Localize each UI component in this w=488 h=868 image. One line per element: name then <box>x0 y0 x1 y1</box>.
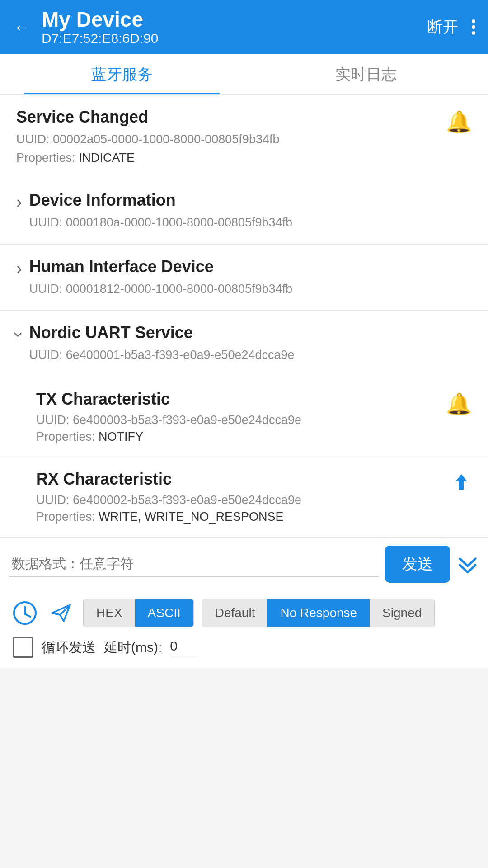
hex-button[interactable]: HEX <box>84 599 135 627</box>
send-thin-icon-button[interactable] <box>47 599 75 627</box>
bottom-toolbar: HEX ASCII Default No Response Signed <box>0 591 488 627</box>
rx-characteristic-uuid: UUID: 6e400002-b5a3-f393-e0a9-e50e24dcca… <box>36 493 301 507</box>
loop-send-checkbox[interactable] <box>13 637 33 658</box>
service-changed-header: Service Changed UUID: 00002a05-0000-1000… <box>16 108 472 165</box>
rx-characteristic-name: RX Characteristic <box>36 470 301 489</box>
svg-line-3 <box>25 614 30 617</box>
service-list: Service Changed UUID: 00002a05-0000-1000… <box>0 95 488 537</box>
device-information-name: Device Information <box>29 191 292 210</box>
response-group: Default No Response Signed <box>202 599 435 627</box>
service-changed: Service Changed UUID: 00002a05-0000-1000… <box>0 95 488 178</box>
no-response-button[interactable]: No Response <box>267 599 370 627</box>
format-group: HEX ASCII <box>83 599 194 627</box>
svg-marker-0 <box>455 474 467 490</box>
tx-characteristic-bell-icon[interactable]: 🔔 <box>446 392 472 416</box>
device-information-info: Device Information UUID: 0000180a-0000-1… <box>29 191 292 231</box>
device-information[interactable]: › Device Information UUID: 0000180a-0000… <box>0 178 488 245</box>
loop-send-label: 循环发送 <box>42 638 96 657</box>
send-button[interactable]: 发送 <box>385 546 450 583</box>
human-interface-device-info: Human Interface Device UUID: 00001812-00… <box>29 257 292 298</box>
rx-characteristic: RX Characteristic UUID: 6e400002-b5a3-f3… <box>0 457 488 537</box>
service-changed-bell-icon[interactable]: 🔔 <box>446 109 472 134</box>
page-title: My Device <box>42 8 159 31</box>
nordic-uart-name: Nordic UART Service <box>29 323 295 342</box>
tab-realtime-log[interactable]: 实时日志 <box>244 54 488 94</box>
signed-button[interactable]: Signed <box>370 599 434 627</box>
clock-icon-button[interactable] <box>11 599 39 627</box>
human-interface-device-chevron-icon: › <box>16 260 22 277</box>
more-options-button[interactable] <box>472 16 475 38</box>
send-input[interactable] <box>9 552 379 577</box>
human-interface-device-name: Human Interface Device <box>29 257 292 276</box>
back-button[interactable]: ← <box>13 17 33 37</box>
tx-characteristic-info: TX Characteristic UUID: 6e400003-b5a3-f3… <box>36 390 301 444</box>
rx-characteristic-upload-icon[interactable] <box>451 472 472 497</box>
service-changed-props: Properties: INDICATE <box>16 151 279 165</box>
header-title-block: My Device D7:E7:52:E8:6D:90 <box>42 8 159 47</box>
tx-characteristic-props: Properties: NOTIFY <box>36 430 301 444</box>
loop-delay-value[interactable]: 0 <box>170 638 197 656</box>
tx-characteristic: TX Characteristic UUID: 6e400003-b5a3-f3… <box>0 377 488 457</box>
tab-bluetooth-services[interactable]: 蓝牙服务 <box>0 54 244 94</box>
default-button[interactable]: Default <box>202 599 268 627</box>
device-information-header: › Device Information UUID: 0000180a-0000… <box>16 191 472 231</box>
nordic-uart-service-left: › Nordic UART Service UUID: 6e400001-b5a… <box>16 323 295 364</box>
loop-delay-label: 延时(ms): <box>104 638 162 657</box>
nordic-uart-chevron-icon: › <box>10 332 28 338</box>
tx-characteristic-uuid: UUID: 6e400003-b5a3-f393-e0a9-e50e24dcca… <box>36 413 301 427</box>
human-interface-device-left: › Human Interface Device UUID: 00001812-… <box>16 257 292 298</box>
service-changed-name: Service Changed <box>16 108 279 127</box>
tx-characteristic-name: TX Characteristic <box>36 390 301 409</box>
header-right: 断开 <box>427 16 475 38</box>
ascii-button[interactable]: ASCII <box>135 599 193 627</box>
rx-characteristic-props: Properties: WRITE, WRITE_NO_RESPONSE <box>36 510 301 524</box>
send-bar: 发送 <box>0 537 488 591</box>
nordic-uart-uuid: UUID: 6e400001-b5a3-f393-e0a9-e50e24dcca… <box>29 347 295 364</box>
service-changed-info: Service Changed UUID: 00002a05-0000-1000… <box>16 108 279 165</box>
nordic-uart-info: Nordic UART Service UUID: 6e400001-b5a3-… <box>29 323 295 364</box>
human-interface-device-header: › Human Interface Device UUID: 00001812-… <box>16 257 472 298</box>
disconnect-button[interactable]: 断开 <box>427 17 458 38</box>
rx-characteristic-header: RX Characteristic UUID: 6e400002-b5a3-f3… <box>36 470 472 524</box>
tx-characteristic-header: TX Characteristic UUID: 6e400003-b5a3-f3… <box>36 390 472 444</box>
device-information-chevron-icon: › <box>16 193 22 211</box>
human-interface-device[interactable]: › Human Interface Device UUID: 00001812-… <box>0 245 488 311</box>
device-information-left: › Device Information UUID: 0000180a-0000… <box>16 191 292 231</box>
rx-characteristic-info: RX Characteristic UUID: 6e400002-b5a3-f3… <box>36 470 301 524</box>
human-interface-device-uuid: UUID: 00001812-0000-1000-8000-00805f9b34… <box>29 281 292 298</box>
device-information-uuid: UUID: 0000180a-0000-1000-8000-00805f9b34… <box>29 214 292 231</box>
device-mac: D7:E7:52:E8:6D:90 <box>42 31 159 46</box>
tab-bar: 蓝牙服务 实时日志 <box>0 54 488 95</box>
nordic-uart-service-header: › Nordic UART Service UUID: 6e400001-b5a… <box>16 323 472 364</box>
service-changed-uuid: UUID: 00002a05-0000-1000-8000-00805f9b34… <box>16 131 279 148</box>
loop-send-row: 循环发送 延时(ms): 0 <box>0 627 488 668</box>
nordic-uart-service[interactable]: › Nordic UART Service UUID: 6e400001-b5a… <box>0 311 488 377</box>
expand-button[interactable] <box>456 555 479 573</box>
app-header: ← My Device D7:E7:52:E8:6D:90 断开 <box>0 0 488 54</box>
header-left: ← My Device D7:E7:52:E8:6D:90 <box>13 8 159 47</box>
